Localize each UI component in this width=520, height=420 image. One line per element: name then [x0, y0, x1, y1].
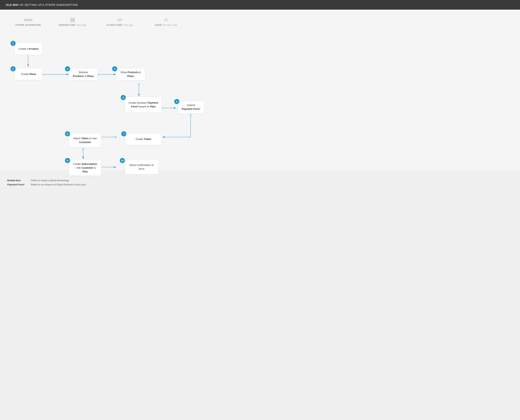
diagram: 1 Create a Product 2 Create Plans 3 Retr…: [7, 32, 513, 170]
step-box-5: Create Dynamic Payment Form* based on Pl…: [125, 97, 162, 113]
stripe-icon: stripe: [24, 17, 32, 23]
step-box-7: Create Token: [125, 133, 162, 145]
arrows-svg: [7, 32, 513, 170]
svg-point-18: [190, 115, 191, 116]
col-label-stripe: STRIPE DASHBOARD: [15, 24, 41, 26]
step-badge-8: 8: [65, 131, 70, 136]
header: OLD WAY OF SETTING UP A STRIPE SUBSCRIPT…: [0, 0, 520, 10]
col-header-stripe: stripe STRIPE DASHBOARD: [7, 17, 49, 26]
step-badge-10: 10: [120, 158, 125, 163]
col-label-client: CLIENT-SIDE (Your app): [107, 24, 133, 26]
legend-item-2: Payment Form* Refers to an instance of S…: [7, 183, 513, 186]
svg-point-6: [165, 18, 167, 20]
step-badge-1: 1: [11, 41, 16, 46]
code-icon: [117, 17, 122, 23]
legend-item-1: Bolded Item Refers to Stripe's official …: [7, 179, 513, 182]
step-box-8: Attach Token to new Customer: [69, 133, 101, 148]
step-box-3: Retrieve Products & Plans: [69, 68, 98, 80]
legend-key-1: Bolded Item: [7, 179, 27, 182]
col-header-server: SERVER-SIDE (Your app): [49, 17, 96, 26]
step-badge-2: 2: [11, 66, 16, 71]
svg-point-22: [82, 148, 84, 150]
svg-point-15: [138, 84, 140, 85]
legend-val-1: Refers to Stripe's official terminology: [31, 179, 69, 182]
step-box-4: Show Products & Plans: [116, 68, 145, 80]
legend-key-2: Payment Form*: [7, 183, 27, 186]
header-bold: OLD WAY: [6, 3, 19, 6]
step-badge-5: 5: [121, 95, 126, 100]
step-box-10: Show Confirmation or Error: [125, 160, 158, 174]
step-box-9: Create Subscription -- link Customer & P…: [69, 160, 101, 176]
svg-rect-2: [71, 21, 74, 22]
step-box-1: Create a Product: [15, 43, 43, 55]
col-header-client: CLIENT-SIDE (Your app): [96, 17, 143, 26]
step-badge-6: 6: [174, 99, 179, 104]
svg-point-20: [115, 136, 117, 138]
svg-point-4: [74, 20, 74, 20]
step-badge-4: 4: [112, 66, 117, 71]
step-badge-7: 7: [121, 131, 126, 136]
step-box-6: Submit Payment Form*: [178, 101, 204, 113]
svg-point-3: [74, 18, 74, 19]
header-rest: OF SETTING UP A STRIPE SUBSCRIPTION: [19, 3, 78, 6]
col-label-server: SERVER-SIDE (Your app): [59, 24, 86, 26]
footer: Bolded Item Refers to Stripe's official …: [0, 173, 520, 193]
svg-point-17: [162, 107, 163, 109]
step-box-2: Create Plans: [15, 68, 43, 80]
col-header-user: USER (On client-side): [143, 17, 189, 26]
legend-val-2: Refers to an instance of Stripe Elements…: [31, 183, 85, 186]
step-badge-3: 3: [65, 66, 70, 71]
svg-line-5: [119, 18, 120, 21]
step-badge-9: 9: [65, 158, 70, 163]
server-icon: [70, 17, 75, 23]
user-icon: [163, 17, 169, 23]
col-label-user: USER (On client-side): [155, 24, 177, 26]
